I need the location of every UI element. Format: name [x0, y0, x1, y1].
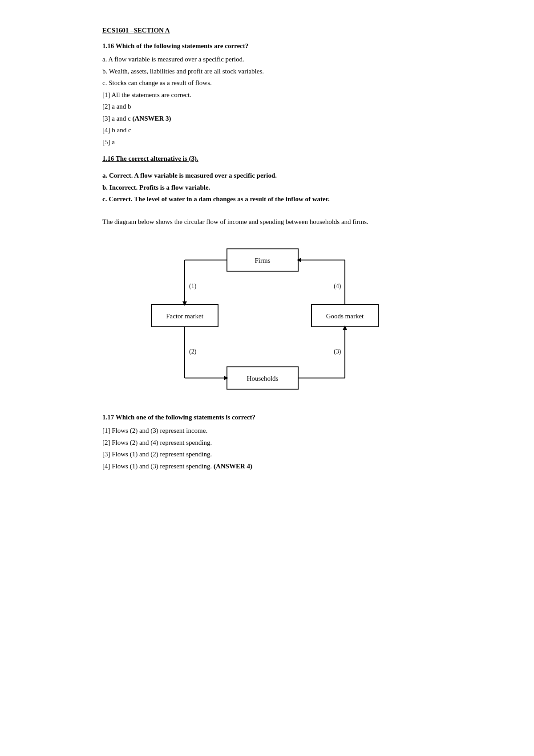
option-2: [2] a and b [102, 102, 432, 112]
q117-option-1: [1] Flows (2) and (3) represent income. [102, 426, 432, 436]
explanation-b: b. Incorrect. Profits is a flow variable… [102, 183, 432, 193]
statement-a: a. A flow variable is measured over a sp… [102, 54, 432, 65]
answer-3-label: (ANSWER 3) [132, 115, 171, 122]
statement-c: c. Stocks can change as a result of flow… [102, 78, 432, 88]
firms-label: Firms [255, 257, 270, 264]
option-3-text: [3] a and c [102, 115, 131, 122]
factor-market-label: Factor market [166, 313, 204, 320]
diagram-svg: Firms Factor market Goods market Househo… [142, 240, 392, 400]
q117-heading-bold: Which one of the following statements is… [116, 414, 255, 421]
q117-option-3: [3] Flows (1) and (2) represent spending… [102, 449, 432, 459]
option-1: [1] All the statements are correct. [102, 90, 432, 100]
goods-market-label: Goods market [326, 313, 364, 320]
circular-flow-diagram: Firms Factor market Goods market Househo… [102, 240, 432, 400]
q116-heading-text: Which of the following statements are co… [116, 42, 249, 49]
q117-option-4: [4] Flows (1) and (3) represent spending… [102, 461, 432, 471]
flow1-label: (1) [189, 283, 197, 290]
option-4: [4] b and c [102, 125, 432, 135]
explanation-c: c. Correct. The level of water in a dam … [102, 194, 432, 204]
q117-option-4-text: [4] Flows (1) and (3) represent spending… [102, 463, 212, 470]
explanation-a: a. Correct. A flow variable is measured … [102, 171, 432, 181]
option-5: [5] a [102, 137, 432, 147]
q117-option-2: [2] Flows (2) and (4) represent spending… [102, 438, 432, 448]
flow4-label: (4) [334, 283, 341, 290]
answer-4-label: (ANSWER 4) [214, 463, 252, 470]
households-label: Households [247, 375, 279, 382]
correct-alt-heading: 1.16 The correct alternative is (3). [102, 155, 432, 163]
q116-heading: 1.16 Which of the following statements a… [102, 42, 432, 50]
option-3: [3] a and c (ANSWER 3) [102, 114, 432, 124]
statement-b: b. Wealth, assets, liabilities and profi… [102, 66, 432, 77]
q117-number: 1.17 [102, 414, 114, 421]
flow2-label: (2) [189, 348, 197, 355]
q116-number: 1.16 [102, 42, 114, 49]
section-heading: ECS1601 –SECTION A [102, 27, 432, 34]
diagram-intro: The diagram below shows the circular flo… [102, 217, 432, 227]
flow3-label: (3) [334, 348, 341, 355]
q117-heading: 1.17 Which one of the following statemen… [102, 414, 432, 421]
